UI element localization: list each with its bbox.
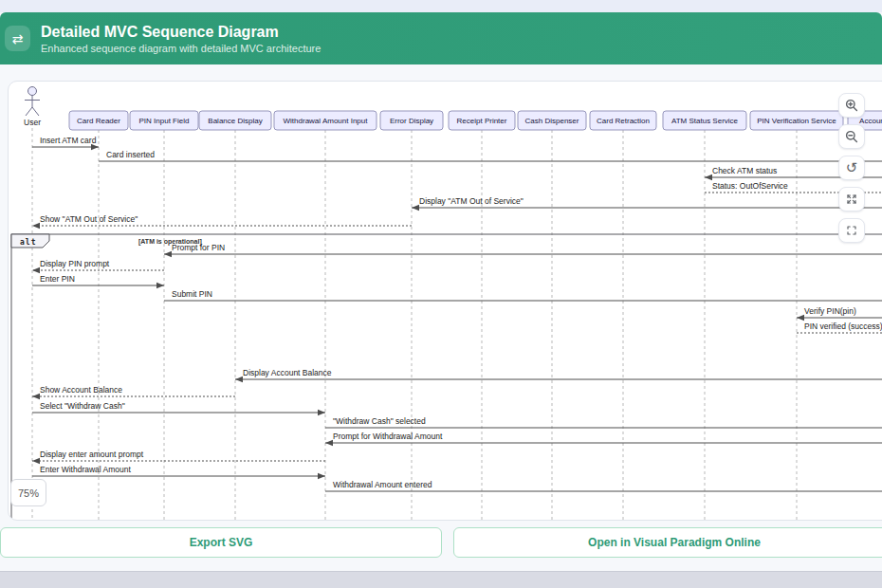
message: Display PIN prompt — [32, 259, 164, 273]
participant-box: Card Retraction — [590, 111, 656, 130]
svg-text:Verify PIN(pin): Verify PIN(pin) — [804, 306, 856, 316]
svg-text:User: User — [24, 118, 41, 127]
export-svg-button[interactable]: Export SVG — [0, 527, 442, 558]
svg-text:Show "ATM Out of Service": Show "ATM Out of Service" — [40, 214, 138, 224]
svg-text:Status: OutOfService: Status: OutOfService — [712, 181, 788, 191]
message: "Withdraw Cash" selected — [325, 416, 882, 428]
fullscreen-button[interactable] — [838, 218, 865, 243]
participant-box: Receipt Printer — [449, 111, 515, 130]
sequence-svg: UserCard ReaderPIN Input FieldBalance Di… — [9, 82, 882, 520]
message: PIN verified (success) — [797, 322, 882, 333]
actor-user: User — [24, 87, 41, 128]
message: Display "ATM Out of Service" — [412, 196, 882, 211]
message: Insert ATM card — [32, 136, 99, 150]
participant-box: ATM Status Service — [663, 111, 746, 130]
svg-text:Prompt for Withdrawal Amount: Prompt for Withdrawal Amount — [333, 432, 443, 441]
svg-text:Balance Display: Balance Display — [208, 117, 262, 125]
svg-text:Prompt for PIN: Prompt for PIN — [172, 243, 225, 252]
svg-text:ATM Status Service: ATM Status Service — [671, 117, 739, 125]
svg-text:"Withdraw Cash" selected: "Withdraw Cash" selected — [333, 416, 426, 426]
svg-text:Display enter amount prompt: Display enter amount prompt — [40, 450, 144, 459]
alt-fragment: alt[ATM is operational] — [11, 234, 882, 520]
reset-view-button[interactable]: ↺ — [838, 156, 865, 180]
svg-text:Withdrawal Amount Input: Withdrawal Amount Input — [284, 117, 369, 125]
message: Prompt for PIN — [164, 243, 882, 257]
participant-box: PIN Verification Service — [750, 111, 843, 130]
svg-text:Display "ATM Out of Service": Display "ATM Out of Service" — [419, 196, 524, 206]
fullscreen-icon — [845, 224, 858, 237]
svg-text:Show Account Balance: Show Account Balance — [40, 385, 122, 395]
participant-box: Cash Dispenser — [518, 111, 586, 130]
fit-view-button[interactable] — [838, 187, 865, 211]
svg-text:Enter Withdrawal Amount: Enter Withdrawal Amount — [40, 465, 132, 474]
participant-box: PIN Input Field — [130, 111, 198, 130]
svg-text:Display Account Balance: Display Account Balance — [243, 368, 332, 377]
svg-text:Check ATM status: Check ATM status — [712, 166, 777, 175]
svg-text:PIN Verification Service: PIN Verification Service — [757, 117, 836, 125]
svg-text:Error Display: Error Display — [390, 117, 433, 125]
svg-text:Display PIN prompt: Display PIN prompt — [40, 259, 110, 268]
zoom-in-icon — [845, 99, 858, 112]
message: Prompt for Withdrawal Amount — [325, 432, 882, 446]
svg-text:Cash Dispenser: Cash Dispenser — [525, 117, 579, 125]
svg-text:Card Reader: Card Reader — [77, 117, 120, 125]
svg-text:PIN verified (success): PIN verified (success) — [804, 322, 882, 331]
zoom-controls: ↺ — [838, 93, 865, 243]
message: Display Account Balance — [235, 368, 882, 382]
open-visual-paradigm-button[interactable]: Open in Visual Paradigm Online — [453, 527, 882, 558]
svg-text:Receipt Printer: Receipt Printer — [457, 117, 507, 125]
fragment-operator: alt — [20, 238, 36, 247]
zoom-level-badge: 75% — [10, 479, 46, 506]
participant-box: Balance Display — [199, 111, 271, 130]
reset-icon: ↺ — [846, 161, 858, 175]
zoom-in-button[interactable] — [838, 93, 865, 118]
diagram-canvas[interactable]: UserCard ReaderPIN Input FieldBalance Di… — [8, 81, 882, 521]
message: Verify PIN(pin) — [797, 306, 882, 321]
message: Select "Withdraw Cash" — [32, 401, 325, 415]
svg-text:Select "Withdraw Cash": Select "Withdraw Cash" — [40, 401, 125, 411]
message: Withdrawal Amount entered — [325, 480, 882, 491]
header-text: Detailed MVC Sequence Diagram Enhanced s… — [41, 23, 321, 54]
message: Submit PIN — [164, 289, 882, 301]
message: Display enter amount prompt — [32, 450, 325, 464]
footer-actions: Export SVG Open in Visual Paradigm Onlin… — [0, 527, 882, 558]
svg-text:Enter PIN: Enter PIN — [40, 274, 75, 284]
zoom-out-icon — [845, 130, 858, 143]
expand-arrows-icon — [845, 193, 858, 206]
swap-arrows-icon: ⇄ — [5, 26, 30, 51]
page-subtitle: Enhanced sequence diagram with detailed … — [41, 43, 321, 54]
message: Enter Withdrawal Amount — [32, 465, 325, 479]
header-bar: ⇄ Detailed MVC Sequence Diagram Enhanced… — [0, 12, 882, 64]
message: Show Account Balance — [32, 385, 235, 399]
page-title: Detailed MVC Sequence Diagram — [41, 23, 321, 41]
message: Show "ATM Out of Service" — [32, 214, 412, 229]
bottom-bar — [0, 571, 882, 588]
svg-text:PIN Input Field: PIN Input Field — [139, 117, 190, 125]
svg-text:Withdrawal Amount entered: Withdrawal Amount entered — [333, 480, 432, 489]
participant-box: Withdrawal Amount Input — [274, 111, 377, 130]
top-strip — [0, 0, 882, 12]
svg-text:Card Retraction: Card Retraction — [597, 117, 650, 125]
participant-box: Error Display — [380, 111, 443, 130]
message: Card inserted — [99, 150, 882, 161]
participant-box: Card Reader — [69, 111, 128, 130]
svg-text:Card inserted: Card inserted — [106, 150, 155, 159]
svg-text:Submit PIN: Submit PIN — [172, 289, 212, 299]
svg-text:Insert ATM card: Insert ATM card — [40, 136, 97, 145]
zoom-out-button[interactable] — [838, 124, 865, 149]
